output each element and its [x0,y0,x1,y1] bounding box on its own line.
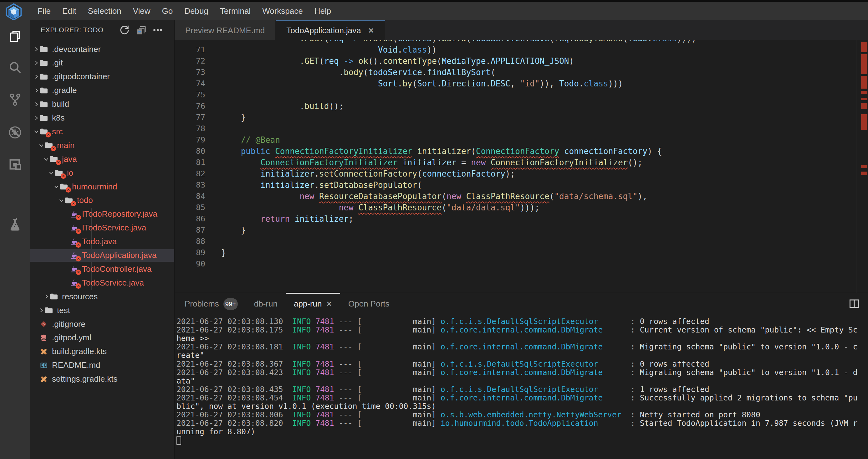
tree-item-k8s[interactable]: k8s [30,112,174,124]
tree-item-todoservice-java[interactable]: ✕TodoService.java [30,277,174,289]
tree-item-todo-java[interactable]: ✕Todo.java [30,235,174,248]
tree-item-build-gradle-kts[interactable]: build.gradle.kts [30,345,174,358]
editor-tab-preview-readme-md[interactable]: Preview README.md [175,20,276,40]
menu-file[interactable]: File [37,6,51,16]
chevron-expanded-icon[interactable] [33,128,40,135]
line-number[interactable]: 89 [175,247,205,258]
tree-item--gradle[interactable]: .gradle [30,84,174,97]
refresh-icon[interactable] [119,24,130,36]
panel-tab-problems[interactable]: Problems99+ [177,293,246,314]
collapse-all-icon[interactable] [136,24,147,36]
tree-item-io[interactable]: ✕io [30,167,174,179]
chevron-collapsed-icon[interactable] [33,73,40,80]
app-logo-icon[interactable] [5,3,23,20]
tree-item--devcontainer[interactable]: .devcontainer [30,43,174,55]
code-line-80[interactable]: public ConnectionFactoryInitializer init… [221,146,662,157]
code-line-83[interactable]: initializer.setDatabasePopulator( [221,179,422,191]
line-number[interactable]: 83 [175,179,205,191]
code-line-82[interactable]: initializer.setConnectionFactory(connect… [221,168,515,179]
line-number[interactable]: 71 [175,44,205,55]
activity-search-icon[interactable] [8,60,22,75]
editor-tab-todoapplication-java[interactable]: TodoApplication.java✕ [276,20,385,40]
tree-item-test[interactable]: test [30,304,174,317]
tree-item--git[interactable]: .git [30,57,174,69]
chevron-expanded-icon[interactable] [53,183,60,190]
chevron-collapsed-icon[interactable] [38,307,45,314]
line-number[interactable]: 78 [175,123,205,134]
code-line-87[interactable]: } [221,225,246,236]
menu-terminal[interactable]: Terminal [220,6,251,16]
line-number[interactable]: 74 [175,78,205,89]
code-line-76[interactable]: .build(); [221,101,344,112]
tree-item--gitignore[interactable]: .gitignore [30,318,174,330]
line-number[interactable]: 76 [175,101,205,112]
line-number[interactable]: 90 [175,258,205,269]
chevron-expanded-icon[interactable] [48,169,55,176]
activity-plugins-icon[interactable] [8,157,22,172]
line-number[interactable]: 73 [175,67,205,78]
tree-item-src[interactable]: ✕src [30,125,174,138]
tree-item--gitpodcontainer[interactable]: .gitpodcontainer [30,70,174,83]
panel-tab-db-run[interactable]: db-run [246,293,286,314]
tree-item-todocontroller-java[interactable]: ✕TodoController.java [30,263,174,275]
split-terminal-icon[interactable] [848,298,860,309]
code-line-85[interactable]: new ClassPathResource("data/data.sql")))… [221,202,540,213]
tree-item-settings-gradle-kts[interactable]: settings.gradle.kts [30,373,174,385]
code-line-70[interactable]: .POST(req -> status(CREATED).build(todoS… [221,40,696,44]
chevron-collapsed-icon[interactable] [33,101,40,108]
tree-item-todo[interactable]: ✕todo [30,194,174,207]
tree-item-itodorepository-java[interactable]: ✕ITodoRepository.java [30,208,174,221]
chevron-collapsed-icon[interactable] [33,59,40,66]
menu-edit[interactable]: Edit [62,6,76,16]
more-actions-icon[interactable] [152,24,163,36]
chevron-collapsed-icon[interactable] [33,46,40,53]
code-line-81[interactable]: ConnectionFactoryInitializer initializer… [221,157,642,168]
tree-item-humourmind[interactable]: ✕humourmind [30,180,174,193]
tree-item-main[interactable]: ✕main [30,139,174,151]
tree-item--gitpod-yml[interactable]: .gitpod.yml [30,332,174,344]
activity-debug-disabled-icon[interactable] [8,125,22,140]
code-line-73[interactable]: .body(todoService.findAllBySort( [221,67,496,78]
line-number[interactable]: 77 [175,112,205,123]
activity-test-flask-icon[interactable] [8,218,22,232]
chevron-collapsed-icon[interactable] [33,87,40,94]
menu-selection[interactable]: Selection [88,6,121,16]
tree-item-build[interactable]: build [30,98,174,111]
line-number[interactable]: 88 [175,236,205,247]
code-line-71[interactable]: Void.class)) [221,44,437,55]
code-editor[interactable]: 7172737475767778798081828384858687888990… [175,40,868,293]
code-line-77[interactable]: } [221,112,246,123]
chevron-expanded-icon[interactable] [38,142,45,149]
line-number[interactable]: 75 [175,89,205,101]
menu-help[interactable]: Help [314,6,331,16]
code-line-86[interactable]: return initializer; [221,213,353,225]
activity-files-icon[interactable] [8,29,22,44]
line-number[interactable]: 81 [175,157,205,168]
line-number[interactable]: 84 [175,191,205,202]
code-line-89[interactable]: } [221,247,226,258]
code-line-79[interactable]: // @Bean [221,134,280,146]
terminal-output[interactable]: 2021-06-27 02:03:08.130 INFO 7481 --- [ … [177,315,868,459]
menu-debug[interactable]: Debug [184,6,208,16]
line-number[interactable]: 86 [175,213,205,225]
close-tab-icon[interactable]: ✕ [368,26,374,35]
panel-tab-open-ports[interactable]: Open Ports [340,293,398,314]
chevron-expanded-icon[interactable] [58,197,65,204]
activity-source-control-icon[interactable] [8,92,22,107]
tree-item-todoapplication-java[interactable]: ✕TodoApplication.java [30,249,174,262]
line-number[interactable]: 79 [175,134,205,146]
tree-item-itodoservice-java[interactable]: ✕ITodoService.java [30,222,174,234]
close-panel-tab-icon[interactable]: ✕ [327,300,332,308]
chevron-expanded-icon[interactable] [43,155,50,163]
chevron-collapsed-icon[interactable] [43,293,50,300]
line-number[interactable]: 72 [175,55,205,67]
chevron-collapsed-icon[interactable] [33,115,40,121]
code-line-84[interactable]: new ResourceDatabasePopulator(new ClassP… [221,191,647,202]
menu-go[interactable]: Go [162,6,173,16]
line-number[interactable]: 82 [175,168,205,179]
line-number[interactable]: 85 [175,202,205,213]
tree-item-java[interactable]: ✕java [30,153,174,165]
line-number[interactable]: 80 [175,146,205,157]
menu-workspace[interactable]: Workspace [262,6,303,16]
code-line-74[interactable]: Sort.by(Sort.Direction.DESC, "id")), Tod… [221,78,623,89]
